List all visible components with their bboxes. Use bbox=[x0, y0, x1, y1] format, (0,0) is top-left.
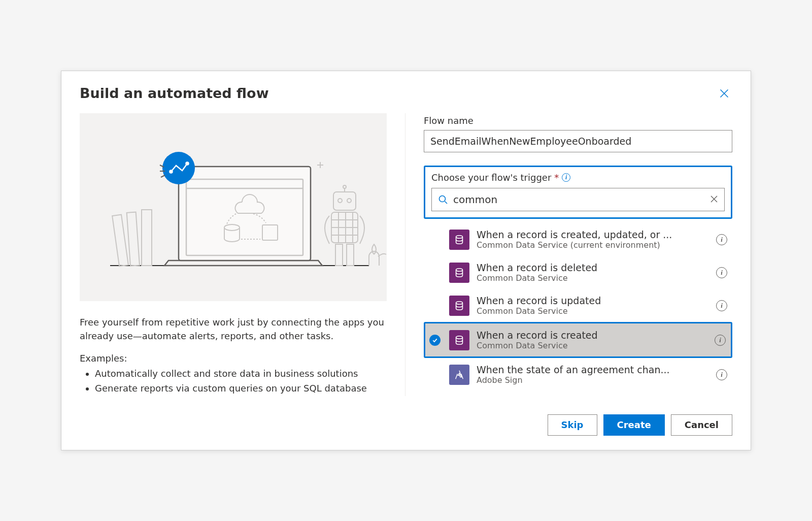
svg-point-11 bbox=[186, 162, 189, 165]
trigger-section-highlight: Choose your flow's trigger * i bbox=[424, 166, 732, 219]
trigger-item[interactable]: When a record is updatedCommon Data Serv… bbox=[424, 289, 732, 322]
trigger-search-input[interactable] bbox=[448, 193, 710, 206]
close-button[interactable] bbox=[716, 85, 732, 103]
dialog-description: Free yourself from repetitive work just … bbox=[80, 315, 387, 343]
svg-point-32 bbox=[456, 301, 463, 304]
trigger-title: When a record is deleted bbox=[477, 262, 709, 273]
trigger-search-box[interactable] bbox=[431, 188, 725, 211]
trigger-subtitle: Common Data Service bbox=[477, 341, 707, 350]
trigger-label: Choose your flow's trigger * i bbox=[431, 172, 725, 183]
svg-line-29 bbox=[445, 202, 448, 204]
trigger-title: When a record is created bbox=[477, 330, 707, 341]
trigger-title: When a record is updated bbox=[477, 295, 709, 306]
svg-rect-25 bbox=[347, 244, 354, 266]
database-icon bbox=[449, 230, 469, 250]
trigger-item[interactable]: When a record is created, updated, or ..… bbox=[424, 223, 732, 256]
svg-point-31 bbox=[456, 268, 463, 271]
svg-rect-2 bbox=[127, 212, 140, 266]
close-icon bbox=[719, 88, 729, 99]
clear-search-button[interactable] bbox=[710, 195, 718, 205]
trigger-subtitle: Common Data Service (current environment… bbox=[477, 240, 709, 250]
trigger-text: When a record is createdCommon Data Serv… bbox=[477, 330, 707, 350]
svg-point-10 bbox=[170, 171, 173, 173]
svg-rect-1 bbox=[112, 215, 128, 267]
example-item: Automatically collect and store data in … bbox=[95, 367, 387, 381]
trigger-info-button[interactable]: i bbox=[715, 335, 726, 346]
info-icon[interactable]: i bbox=[562, 173, 570, 182]
database-icon bbox=[449, 296, 469, 316]
search-icon bbox=[438, 194, 448, 205]
svg-rect-24 bbox=[335, 244, 343, 266]
trigger-item[interactable]: When a record is deletedCommon Data Serv… bbox=[424, 256, 732, 289]
database-icon bbox=[449, 263, 469, 283]
svg-rect-12 bbox=[333, 192, 356, 210]
trigger-subtitle: Common Data Service bbox=[477, 306, 709, 316]
flow-name-label: Flow name bbox=[424, 115, 732, 126]
dialog-footer: Skip Create Cancel bbox=[80, 414, 732, 436]
trigger-item[interactable]: When the state of an agreement chan...Ad… bbox=[424, 358, 732, 391]
create-button[interactable]: Create bbox=[603, 414, 665, 436]
svg-rect-3 bbox=[142, 210, 152, 266]
trigger-text: When a record is created, updated, or ..… bbox=[477, 229, 709, 250]
trigger-title: When the state of an agreement chan... bbox=[477, 364, 709, 375]
flow-name-input[interactable] bbox=[424, 130, 732, 152]
examples-list: Automatically collect and store data in … bbox=[80, 367, 387, 396]
trigger-title: When a record is created, updated, or ..… bbox=[477, 229, 709, 240]
trigger-text: When the state of an agreement chan...Ad… bbox=[477, 364, 709, 385]
svg-point-13 bbox=[338, 199, 342, 203]
adobe-icon bbox=[449, 365, 469, 385]
check-icon bbox=[429, 335, 441, 346]
right-panel: Flow name Choose your flow's trigger * i bbox=[424, 113, 732, 396]
close-icon bbox=[710, 195, 718, 203]
trigger-info-button[interactable]: i bbox=[716, 267, 727, 278]
trigger-info-button[interactable]: i bbox=[716, 369, 727, 380]
svg-point-30 bbox=[456, 235, 463, 238]
build-flow-dialog: Build an automated flow bbox=[61, 71, 751, 450]
database-icon bbox=[449, 330, 469, 350]
vertical-divider bbox=[405, 113, 405, 396]
skip-button[interactable]: Skip bbox=[548, 414, 597, 436]
example-item: Generate reports via custom queries on y… bbox=[95, 381, 387, 396]
svg-point-28 bbox=[439, 196, 446, 202]
examples-label: Examples: bbox=[80, 353, 387, 364]
dialog-title: Build an automated flow bbox=[80, 85, 269, 101]
trigger-item[interactable]: When a record is createdCommon Data Serv… bbox=[424, 322, 732, 358]
trigger-radio[interactable] bbox=[428, 335, 442, 346]
trigger-info-button[interactable]: i bbox=[716, 300, 727, 311]
trigger-subtitle: Adobe Sign bbox=[477, 375, 709, 385]
svg-point-14 bbox=[347, 199, 351, 203]
trigger-list: When a record is created, updated, or ..… bbox=[424, 223, 732, 391]
required-asterisk: * bbox=[554, 172, 559, 183]
left-panel: Free yourself from repetitive work just … bbox=[80, 113, 387, 396]
trigger-info-button[interactable]: i bbox=[716, 234, 727, 245]
trigger-text: When a record is updatedCommon Data Serv… bbox=[477, 295, 709, 316]
flow-illustration bbox=[80, 113, 387, 301]
svg-point-33 bbox=[456, 336, 463, 339]
svg-point-16 bbox=[343, 185, 346, 188]
cancel-button[interactable]: Cancel bbox=[671, 414, 732, 436]
trigger-text: When a record is deletedCommon Data Serv… bbox=[477, 262, 709, 283]
trigger-subtitle: Common Data Service bbox=[477, 273, 709, 283]
